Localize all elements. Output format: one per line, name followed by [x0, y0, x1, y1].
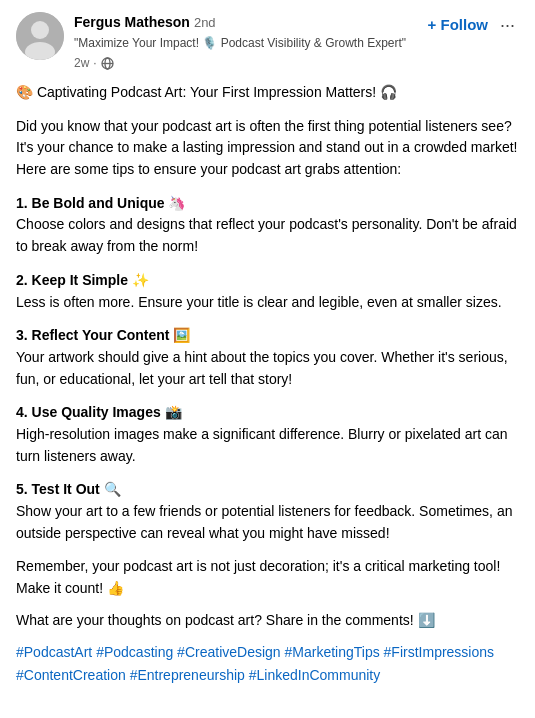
hashtag-line-1: #PodcastArt #Podcasting #CreativeDesign …: [16, 641, 519, 663]
tip-desc: Less is often more. Ensure your title is…: [16, 294, 502, 310]
tip-title: 3. Reflect Your Content 🖼️: [16, 327, 190, 343]
tip-title: 4. Use Quality Images 📸: [16, 404, 182, 420]
tip-desc: Choose colors and designs that reflect y…: [16, 216, 517, 254]
tip-item: 3. Reflect Your Content 🖼️Your artwork s…: [16, 325, 519, 390]
hashtag-line-2: #ContentCreation #Entrepreneurship #Link…: [16, 664, 519, 686]
follow-button[interactable]: + Follow: [428, 12, 488, 37]
tip-item: 2. Keep It Simple ✨Less is often more. E…: [16, 270, 519, 313]
globe-icon: [101, 57, 114, 70]
post-time: 2w: [74, 54, 89, 72]
post-content: 🎨 Captivating Podcast Art: Your First Im…: [16, 82, 519, 686]
hashtag[interactable]: #PodcastArt: [16, 644, 96, 660]
user-name-row: Fergus Matheson 2nd: [74, 12, 406, 33]
tip-desc: High-resolution images make a significan…: [16, 426, 508, 464]
hashtag[interactable]: #MarketingTips: [285, 644, 384, 660]
hashtag[interactable]: #CreativeDesign: [177, 644, 284, 660]
tip-desc: Show your art to a few friends or potent…: [16, 503, 512, 541]
post-question: What are your thoughts on podcast art? S…: [16, 610, 519, 632]
post-meta: 2w ·: [74, 54, 406, 72]
more-options-button[interactable]: ···: [496, 14, 519, 36]
post-intro: Did you know that your podcast art is of…: [16, 116, 519, 181]
post-header: Fergus Matheson 2nd "Maximize Your Impac…: [16, 12, 519, 72]
header-right: + Follow ···: [428, 12, 519, 37]
tip-item: 4. Use Quality Images 📸High-resolution i…: [16, 402, 519, 467]
avatar[interactable]: [16, 12, 64, 60]
connection-badge: 2nd: [194, 13, 216, 33]
header-left: Fergus Matheson 2nd "Maximize Your Impac…: [16, 12, 406, 72]
svg-point-1: [31, 21, 49, 39]
hashtag[interactable]: #Entrepreneurship: [130, 667, 249, 683]
post-title: 🎨 Captivating Podcast Art: Your First Im…: [16, 82, 519, 104]
tip-title: 5. Test It Out 🔍: [16, 481, 121, 497]
hashtag[interactable]: #FirstImpressions: [384, 644, 494, 660]
hashtags: #PodcastArt #Podcasting #CreativeDesign …: [16, 641, 519, 686]
tip-title: 2. Keep It Simple ✨: [16, 272, 149, 288]
user-title: "Maximize Your Impact! 🎙️ Podcast Visibi…: [74, 34, 406, 52]
user-name[interactable]: Fergus Matheson: [74, 12, 190, 33]
tips-list: 1. Be Bold and Unique 🦄Choose colors and…: [16, 193, 519, 545]
tip-item: 1. Be Bold and Unique 🦄Choose colors and…: [16, 193, 519, 258]
hashtag[interactable]: #ContentCreation: [16, 667, 130, 683]
hashtag[interactable]: #Podcasting: [96, 644, 177, 660]
tip-item: 5. Test It Out 🔍Show your art to a few f…: [16, 479, 519, 544]
dot-separator: ·: [93, 54, 96, 72]
post-closing: Remember, your podcast art is not just d…: [16, 556, 519, 599]
tip-desc: Your artwork should give a hint about th…: [16, 349, 508, 387]
user-info: Fergus Matheson 2nd "Maximize Your Impac…: [74, 12, 406, 72]
hashtag[interactable]: #LinkedInCommunity: [249, 667, 381, 683]
tip-title: 1. Be Bold and Unique 🦄: [16, 195, 185, 211]
